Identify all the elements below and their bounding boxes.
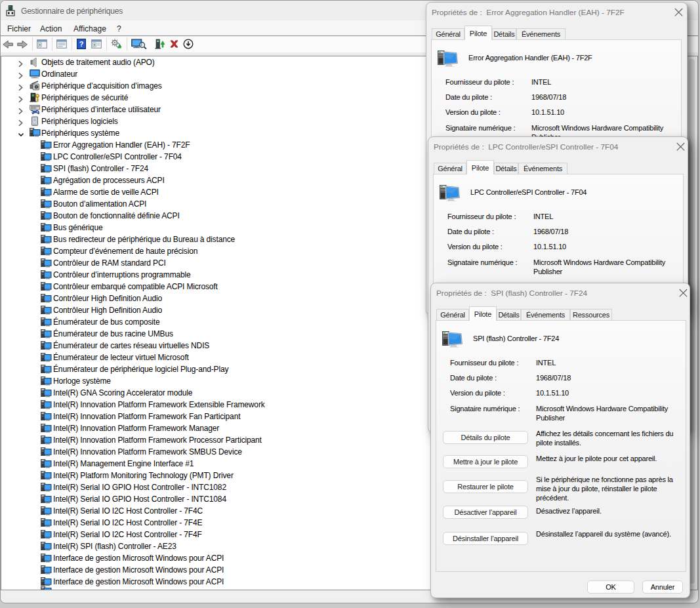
svg-text:?: ?	[79, 40, 84, 48]
